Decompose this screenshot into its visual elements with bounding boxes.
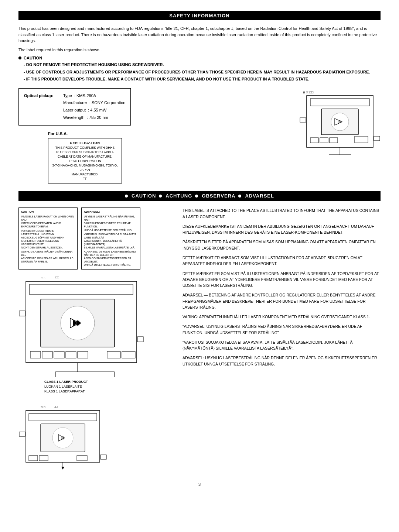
cert-manufactured: MANUFACTURED: bbox=[52, 172, 118, 177]
specs-box: Optical pickup: Type : KMS-260A Manufact… bbox=[18, 88, 131, 126]
svg-rect-50 bbox=[39, 456, 48, 461]
svg-rect-7 bbox=[320, 138, 328, 143]
top-device-diagram: π π □□ bbox=[299, 88, 381, 162]
svg-rect-31 bbox=[122, 351, 135, 358]
bottom-right-col: THIS LABEL IS ATTACHED TO THE PLACE AS I… bbox=[183, 207, 381, 371]
cert-company: TEAC CORPORATION bbox=[52, 159, 118, 164]
banner-advarsel: ADVARSEL bbox=[245, 193, 274, 199]
right-para9: "VAROITUSI SUOJAKOTELOA EI SAA AVATA. LA… bbox=[183, 339, 381, 351]
svg-text:π π: π π bbox=[41, 405, 46, 408]
svg-text:CLASS 1 LASER PRODUCT: CLASS 1 LASER PRODUCT bbox=[44, 380, 88, 384]
svg-rect-49 bbox=[29, 456, 38, 461]
spacer3 bbox=[24, 114, 61, 121]
caution-banner: CAUTION ACHTUNG OBSERVERA ADVARSEL bbox=[18, 191, 381, 201]
cert-line3: CABLE AT DATE OF MANUFACTURE. bbox=[52, 155, 118, 159]
wavelength-value: : 785 20 nm bbox=[87, 114, 108, 121]
label-note: The label required in this reguration is… bbox=[18, 47, 381, 53]
right-para7: VARING: APPARATEN INNEHÅLLER LASER KOMPO… bbox=[183, 314, 381, 320]
label-card-1: CAUTION INVISIBLE LASER RADIATION WHEN O… bbox=[18, 207, 78, 269]
banner-bullet-3 bbox=[195, 195, 198, 198]
laser-output-value: : 4.55 mW bbox=[88, 107, 106, 114]
lc1-l1: INVISIBLE LASER RADIATION WHEN OPEN ANDI… bbox=[21, 215, 75, 228]
bottom-section: CAUTION INVISIBLE LASER RADIATION WHEN O… bbox=[18, 207, 381, 473]
svg-rect-30 bbox=[107, 351, 120, 358]
banner-observera: OBSERVERA bbox=[202, 193, 235, 199]
label-card-1-title: CAUTION bbox=[21, 210, 75, 214]
svg-rect-12 bbox=[300, 118, 306, 122]
manufacturer-row: Manufacturer : SONY Corporation bbox=[24, 99, 125, 107]
right-para4: DETTE MÆRKAT ER ANBRAGT SOM VIST I ILLUS… bbox=[183, 255, 381, 267]
page-number: – 3 – bbox=[18, 482, 381, 487]
svg-rect-33 bbox=[137, 337, 143, 342]
cert-box: CERTIFICATION THIS PRODUCT COMPLIES WITH… bbox=[48, 138, 122, 184]
caution-list: DO NOT REMOVE THE PROTECTIVE HOUSING USI… bbox=[18, 62, 381, 82]
optical-pickup-label: Optical pickup: bbox=[24, 92, 61, 100]
svg-rect-18 bbox=[30, 284, 133, 295]
caution-item-3: IF THIS PRODUCT DEVELOPS TROUBLE, MAKE A… bbox=[18, 76, 381, 82]
caution-bullet bbox=[18, 56, 21, 59]
main-device-svg: π π □□ bbox=[18, 274, 174, 399]
lc2-l2: VAROITUS: SUOJAKOTELOA EI SAA AVATA. LAI… bbox=[84, 233, 138, 249]
banner-caution: CAUTION bbox=[132, 193, 156, 199]
lc2-l3: ADVARSEL: USYNLIG LASERBESTRÅLING NÅR DE… bbox=[84, 250, 138, 267]
svg-rect-28 bbox=[66, 351, 76, 358]
svg-rect-51 bbox=[77, 456, 87, 461]
for-usa-label: For U.S.A. bbox=[48, 131, 68, 136]
cert-code: TF bbox=[52, 177, 118, 181]
svg-rect-2 bbox=[310, 99, 369, 106]
left-content: Optical pickup: Type : KMS-260A Manufact… bbox=[18, 88, 131, 184]
usa-cert-area: For U.S.A. CERTIFICATION THIS PRODUCT CO… bbox=[48, 131, 131, 184]
spacer bbox=[24, 99, 61, 107]
caution-section: CAUTION DO NOT REMOVE THE PROTECTIVE HOU… bbox=[18, 56, 381, 82]
cert-line2: RULES 21 CFR SUBCHAPTER J APPLI- bbox=[52, 150, 118, 155]
svg-rect-26 bbox=[42, 351, 52, 358]
label-cards-area: CAUTION INVISIBLE LASER RADIATION WHEN O… bbox=[18, 207, 174, 269]
svg-text:π π  □□: π π □□ bbox=[303, 90, 314, 94]
bottom-left-col: CAUTION INVISIBLE LASER RADIATION WHEN O… bbox=[18, 207, 174, 473]
banner-bullet-2 bbox=[159, 195, 162, 198]
svg-rect-8 bbox=[330, 138, 338, 143]
cert-title: CERTIFICATION bbox=[52, 141, 118, 145]
main-device-diagram: π π □□ bbox=[18, 274, 174, 399]
svg-rect-13 bbox=[374, 136, 380, 141]
specs-diagram-section: Optical pickup: Type : KMS-260A Manufact… bbox=[18, 88, 381, 184]
svg-marker-55 bbox=[61, 467, 64, 470]
banner-bullet-1 bbox=[125, 195, 128, 198]
lc2-l1: USYNLIG LASERSTRÅLING NÅR ÅBNING, NARSIK… bbox=[84, 215, 138, 231]
label-card-2-title-advarsel: ADVARSEL: bbox=[84, 210, 138, 214]
svg-rect-53 bbox=[100, 455, 106, 459]
svg-text:□□: □□ bbox=[55, 276, 59, 279]
spacer2 bbox=[24, 107, 61, 114]
right-para5: DETTE MÆRKAT ER SOM VIST PÅ ILLUSTRATION… bbox=[183, 271, 381, 289]
right-para1: THIS LABEL IS ATTACHED TO THE PLACE AS I… bbox=[183, 207, 381, 220]
right-para6: ADVARSEL — BETJENING AF ANDRE KONTROLLER… bbox=[183, 292, 381, 310]
caution-item-1: DO NOT REMOVE THE PROTECTIVE HOUSING USI… bbox=[18, 62, 381, 68]
svg-text:□□: □□ bbox=[54, 405, 58, 408]
lc1-l3: OSYNLIG LASERSTRÅLNING NÄR DENNA DELÄR Ö… bbox=[21, 250, 75, 263]
wavelength-label: Wavelength bbox=[63, 114, 85, 121]
right-para3: PÅSKRIFTEN SITTER PÅ APPARATEN SOM VISAS… bbox=[183, 239, 381, 251]
svg-rect-25 bbox=[30, 351, 41, 358]
caution-label: CAUTION bbox=[24, 56, 42, 60]
svg-rect-6 bbox=[310, 138, 318, 143]
svg-rect-32 bbox=[19, 311, 25, 316]
small-device-svg: π π □□ bbox=[18, 403, 115, 473]
laser-output-row: Laser output : 4.55 mW bbox=[24, 107, 125, 114]
banner-bullet-4 bbox=[238, 195, 241, 198]
svg-rect-44 bbox=[29, 413, 97, 421]
svg-rect-29 bbox=[78, 351, 88, 358]
label-card-2: ADVARSEL: USYNLIG LASERSTRÅLING NÅR ÅBNI… bbox=[81, 207, 140, 269]
caution-item-2: USE OF CONTROLS OR ADJUSTMENTS OR PERFOR… bbox=[18, 69, 381, 75]
svg-text:LUOKAN 1 LASERLAITE: LUOKAN 1 LASERLAITE bbox=[44, 385, 82, 388]
type-value: : KMS-260A bbox=[74, 92, 96, 100]
safety-header: SAFETY INFORMATION bbox=[18, 11, 381, 20]
caution-title-row: CAUTION bbox=[18, 56, 381, 60]
manufacturer-value: : SONY Corporation bbox=[89, 99, 126, 107]
right-para2: DIESE AUFKLEBEMARKE IST AN DEM IN DER AB… bbox=[183, 223, 381, 236]
intro-paragraph: This product has been designed and manuf… bbox=[18, 25, 381, 44]
small-device-diagram: π π □□ bbox=[18, 403, 174, 473]
svg-rect-27 bbox=[54, 351, 64, 358]
cert-address: 3-7-3 NAKA-CHO, MUSASHINO-SHI, TOKYO, JA… bbox=[52, 164, 118, 172]
type-label: Type bbox=[63, 92, 72, 100]
right-para10: ADVARSEL: USYNLIG LASERBESTRÅLING NÅR DE… bbox=[183, 355, 381, 367]
